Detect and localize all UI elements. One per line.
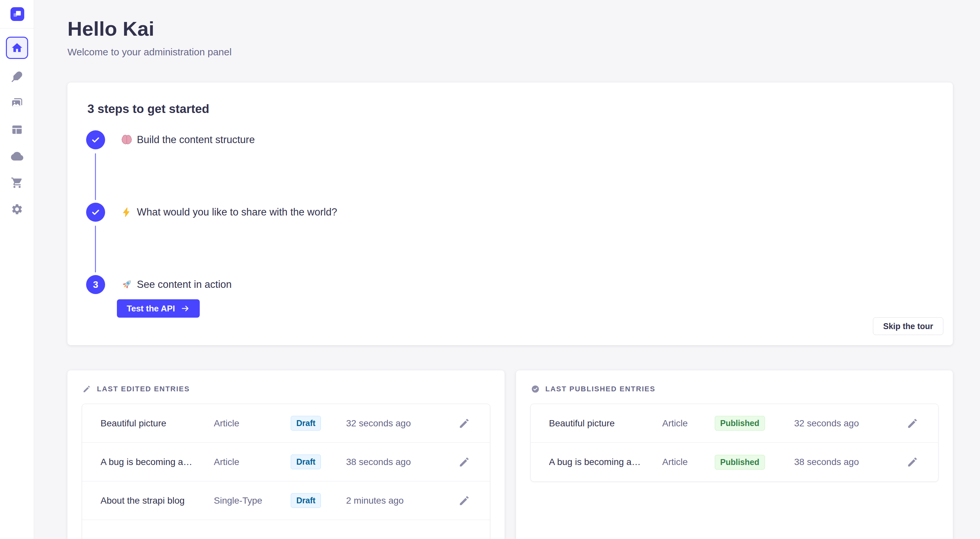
status-badge: Published bbox=[715, 455, 765, 469]
entry-time: 38 seconds ago bbox=[794, 457, 904, 467]
tour-step-2: What would you like to share with the wo… bbox=[86, 203, 337, 222]
brain-emoji-icon bbox=[120, 134, 134, 146]
tour-step-1: Build the content structure bbox=[86, 130, 255, 149]
table-row[interactable]: Beautiful picture Article Published 32 s… bbox=[531, 404, 939, 443]
guided-tour-card: 3 steps to get started Build the content… bbox=[67, 83, 953, 345]
pencil-icon bbox=[458, 456, 470, 468]
step-2-label: What would you like to share with the wo… bbox=[137, 206, 337, 218]
media-library-icon bbox=[11, 97, 23, 110]
last-published-entries-header: LAST PUBLISHED ENTRIES bbox=[531, 385, 939, 393]
table-row[interactable]: Beautiful picture Article Draft 32 secon… bbox=[82, 404, 490, 443]
last-published-entries-table: Beautiful picture Article Published 32 s… bbox=[530, 404, 939, 482]
home-icon bbox=[11, 41, 23, 54]
entry-title: About the strapi blog bbox=[100, 496, 214, 506]
entry-type: Article bbox=[214, 418, 291, 429]
step-2-done-circle bbox=[86, 203, 105, 222]
entry-type: Article bbox=[662, 418, 715, 429]
entry-time: 32 seconds ago bbox=[346, 418, 456, 429]
step-3-label: See content in action bbox=[137, 279, 232, 291]
entry-type: Article bbox=[214, 457, 291, 467]
check-icon bbox=[91, 135, 100, 145]
main-navigation-sidebar bbox=[0, 0, 34, 539]
status-badge: Draft bbox=[291, 416, 321, 431]
sidebar-item-home[interactable] bbox=[6, 37, 28, 59]
edit-entry-button[interactable] bbox=[456, 495, 470, 507]
widget-title: LAST EDITED ENTRIES bbox=[97, 385, 190, 393]
entry-time: 32 seconds ago bbox=[794, 418, 904, 429]
test-api-label: Test the API bbox=[127, 304, 175, 314]
tour-step-3: 3 See content in action bbox=[86, 275, 232, 294]
cloud-icon bbox=[11, 149, 24, 163]
status-badge: Draft bbox=[291, 493, 321, 508]
tour-title: 3 steps to get started bbox=[88, 102, 209, 116]
status-badge: Published bbox=[715, 416, 765, 431]
sidebar-item-content-manager[interactable] bbox=[6, 68, 28, 86]
pencil-icon bbox=[907, 418, 918, 429]
sidebar-item-marketplace[interactable] bbox=[6, 174, 28, 192]
table-row[interactable]: About the strapi blog Single-Type Draft … bbox=[82, 481, 490, 520]
step-1-label: Build the content structure bbox=[137, 134, 255, 146]
pencil-icon bbox=[83, 385, 91, 393]
table-row[interactable]: A bug is becoming a… Article Published 3… bbox=[531, 443, 939, 481]
last-edited-entries-header: LAST EDITED ENTRIES bbox=[83, 385, 490, 393]
sidebar-divider bbox=[0, 28, 34, 29]
sidebar-nav bbox=[0, 37, 34, 227]
entry-title: Beautiful picture bbox=[549, 418, 662, 429]
cart-icon bbox=[11, 176, 23, 189]
gear-icon bbox=[11, 203, 23, 215]
arrow-right-icon bbox=[181, 304, 190, 313]
check-icon bbox=[91, 207, 100, 217]
step-connector bbox=[95, 153, 96, 200]
check-circle-icon bbox=[531, 385, 539, 393]
pencil-icon bbox=[458, 418, 470, 429]
pencil-icon bbox=[907, 456, 918, 468]
entry-title: Beautiful picture bbox=[100, 418, 214, 429]
edit-entry-button[interactable] bbox=[904, 418, 918, 429]
test-api-button[interactable]: Test the API bbox=[117, 299, 200, 318]
edit-entry-button[interactable] bbox=[904, 456, 918, 468]
last-edited-entries-table: Beautiful picture Article Draft 32 secon… bbox=[82, 404, 490, 539]
step-1-done-circle bbox=[86, 130, 105, 149]
rocket-emoji-icon bbox=[120, 278, 134, 291]
sidebar-item-settings[interactable] bbox=[6, 200, 28, 218]
strapi-logo-glyph bbox=[11, 7, 24, 21]
widget-title: LAST PUBLISHED ENTRIES bbox=[546, 385, 655, 393]
tour-steps: Build the content structure What would y… bbox=[86, 130, 337, 318]
status-badge: Draft bbox=[291, 455, 321, 469]
entry-type: Article bbox=[662, 457, 715, 467]
edit-entry-button[interactable] bbox=[456, 456, 470, 468]
pencil-icon bbox=[458, 495, 470, 507]
dashboard-widgets: LAST EDITED ENTRIES Beautiful picture Ar… bbox=[67, 370, 953, 539]
page-subtitle: Welcome to your administration panel bbox=[67, 46, 231, 58]
edit-entry-button[interactable] bbox=[456, 418, 470, 429]
entry-time: 38 seconds ago bbox=[346, 457, 456, 467]
table-row[interactable]: A bug is becoming a… Article Draft 38 se… bbox=[82, 443, 490, 481]
lightning-emoji-icon bbox=[120, 207, 134, 218]
entry-type: Single-Type bbox=[214, 496, 291, 506]
skip-tour-button[interactable]: Skip the tour bbox=[873, 317, 943, 335]
sidebar-item-content-type-builder[interactable] bbox=[6, 121, 28, 138]
entry-title: A bug is becoming a… bbox=[100, 457, 214, 467]
last-published-entries-widget: LAST PUBLISHED ENTRIES Beautiful picture… bbox=[516, 370, 953, 539]
feather-icon bbox=[11, 70, 23, 83]
page-title: Hello Kai bbox=[67, 17, 154, 40]
entry-time: 2 minutes ago bbox=[346, 496, 456, 506]
strapi-admin-homepage: Hello Kai Welcome to your administration… bbox=[0, 0, 980, 539]
step-3-number-circle: 3 bbox=[86, 275, 105, 294]
sidebar-item-media-library[interactable] bbox=[6, 94, 28, 112]
last-edited-entries-widget: LAST EDITED ENTRIES Beautiful picture Ar… bbox=[67, 370, 504, 539]
sidebar-item-cloud[interactable] bbox=[6, 147, 28, 165]
entry-title: A bug is becoming a… bbox=[549, 457, 662, 467]
strapi-logo-icon[interactable] bbox=[11, 7, 24, 21]
layout-icon bbox=[11, 124, 23, 136]
step-connector bbox=[95, 226, 96, 272]
